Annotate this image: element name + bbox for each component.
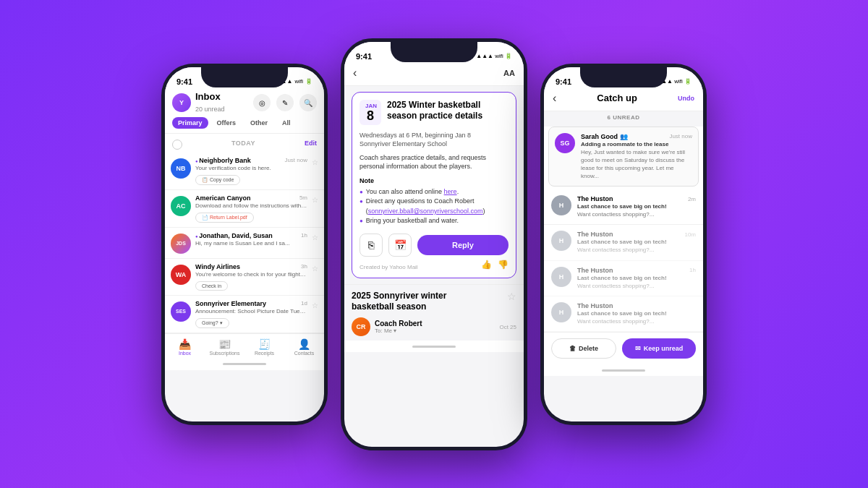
- nav-inbox[interactable]: 📥 Inbox: [165, 338, 205, 356]
- star-icon[interactable]: ☆: [312, 158, 318, 166]
- undo-button[interactable]: Undo: [678, 95, 694, 102]
- pdf-label-button[interactable]: 📄 Return Label.pdf: [195, 213, 254, 223]
- going-button[interactable]: Going? ▾: [195, 318, 229, 328]
- bullet-item: ● Direct any questions to Coach Robert (…: [359, 197, 509, 216]
- star-icon[interactable]: ☆: [312, 301, 318, 309]
- here-link[interactable]: here: [444, 188, 457, 195]
- catchup-avatar: H: [551, 231, 571, 251]
- edit-button[interactable]: Edit: [305, 140, 317, 147]
- event-location: Wednesdays at 6 PM, beginning Jan 8Sonny…: [359, 131, 509, 149]
- email-list: NB Neighborly Bank Just now Your verific…: [165, 153, 324, 333]
- nav-inbox-label: Inbox: [179, 351, 191, 356]
- tab-primary[interactable]: Primary: [172, 117, 208, 129]
- email-item[interactable]: WA Windy Airlines 3h You're welcome to c…: [165, 259, 324, 296]
- email2-date: Oct 25: [499, 324, 516, 330]
- notch-2: [391, 42, 477, 62]
- catchup-content: The Huston 2m Last chance to save big on…: [577, 195, 696, 218]
- catchup-actions: 🗑 Delete ✉ Keep unread: [544, 332, 703, 364]
- receipts-nav-icon: 🧾: [258, 338, 271, 350]
- unread-bar: 6 UNREAD: [544, 111, 703, 124]
- catchup-subject: Adding a roommate to the lease: [581, 141, 692, 147]
- catchup-avatar: H: [551, 267, 571, 287]
- coach-name: Coach Robert: [375, 320, 422, 328]
- nav-receipts[interactable]: 🧾 Receipts: [244, 338, 284, 356]
- catchup-sender: The Huston: [577, 302, 613, 309]
- thumbs-up-icon[interactable]: 👍: [481, 260, 492, 270]
- wifi-icon-1: wifi: [294, 78, 303, 85]
- event-title: 2025 Winter basketball season practice d…: [387, 100, 509, 122]
- aa-button[interactable]: AA: [503, 69, 515, 77]
- nav-subscriptions[interactable]: 📰 Subscriptions: [205, 338, 244, 356]
- delete-label: Delete: [579, 345, 598, 352]
- email-time: 3h: [301, 263, 307, 270]
- created-by: Created by Yahoo Mail: [359, 264, 418, 270]
- email-item[interactable]: NB Neighborly Bank Just now Your verific…: [165, 153, 324, 190]
- catchup-avatar: SG: [555, 133, 575, 153]
- thumbs-down-icon[interactable]: 👎: [498, 260, 509, 270]
- catchup-time: 10m: [684, 231, 696, 238]
- select-all-checkbox[interactable]: [172, 140, 182, 150]
- bullet-text: Direct any questions to Coach Robert (so…: [366, 197, 509, 216]
- search-icon[interactable]: 🔍: [299, 94, 317, 111]
- email-item[interactable]: AC American Canyon 5m Download and follo…: [165, 190, 324, 228]
- catchup-preview: Hey, Just wanted to make sure we're stil…: [581, 148, 692, 181]
- email-item[interactable]: JDS Jonathan, David, Susan 1h Hi, my nam…: [165, 228, 324, 259]
- add-calendar-icon[interactable]: 📅: [388, 234, 412, 257]
- keep-unread-button[interactable]: ✉ Keep unread: [622, 338, 696, 359]
- copy-code-button[interactable]: 📋 Copy code: [195, 175, 240, 185]
- edit-icon[interactable]: ✎: [276, 94, 294, 111]
- star-icon[interactable]: ☆: [312, 196, 318, 204]
- email-item[interactable]: SES Sonnyriver Elementary 1d Announcemen…: [165, 296, 324, 333]
- email-content: Sonnyriver Elementary 1d Announcement: S…: [195, 300, 307, 328]
- delete-button[interactable]: 🗑 Delete: [551, 338, 616, 359]
- catchup-content: The Huston 1h Last chance to save big on…: [577, 267, 696, 290]
- tab-other[interactable]: Other: [244, 117, 273, 129]
- email2-section: 2025 Sonnyriver winter basketball season…: [344, 284, 524, 341]
- group-icon: 👥: [620, 133, 628, 140]
- star-icon[interactable]: ☆: [312, 234, 318, 241]
- catchup-item-huston4[interactable]: H The Huston Last chance to save big on …: [544, 296, 703, 332]
- catchup-back-button[interactable]: ‹: [553, 92, 556, 105]
- email-time: 1h: [301, 232, 307, 239]
- catchup-item-sarah[interactable]: SG Sarah Good 👥 Just now Adding a roomma…: [548, 127, 699, 187]
- email-link[interactable]: sonnyriver.bball@sonnyriverschool.com: [368, 207, 483, 215]
- catchup-content: Sarah Good 👥 Just now Adding a roommate …: [581, 133, 692, 181]
- catchup-time: 1h: [689, 267, 696, 273]
- catchup-header: ‹ Catch up Undo: [544, 89, 703, 111]
- email-content: American Canyon 5m Download and follow t…: [195, 194, 307, 223]
- back-button[interactable]: ‹: [353, 67, 357, 80]
- catchup-time: 2m: [688, 196, 696, 202]
- star-icon[interactable]: ☆: [312, 265, 318, 273]
- nav-contacts[interactable]: 👤 Contacts: [284, 338, 324, 356]
- email-preview: You're welcome to check in for your flig…: [195, 271, 307, 278]
- bullet-list: ● You can also attend online here. ● Dir…: [359, 187, 509, 226]
- notch-1: [201, 67, 288, 87]
- email2-star-icon[interactable]: ☆: [507, 291, 516, 313]
- catchup-item-huston3[interactable]: H The Huston 1h Last chance to save big …: [544, 261, 703, 296]
- notch-3: [580, 67, 667, 87]
- catchup-item-huston1[interactable]: H The Huston 2m Last chance to save big …: [544, 189, 703, 225]
- subscriptions-nav-icon: 📰: [218, 338, 231, 350]
- email-preview: Your verification code is here.: [195, 165, 307, 171]
- catchup-item-huston2[interactable]: H The Huston 10m Last chance to save big…: [544, 225, 703, 260]
- catchup-avatar: H: [551, 195, 571, 215]
- checkin-button[interactable]: Check in: [195, 281, 228, 291]
- email-avatar: AC: [171, 196, 191, 216]
- catchup-avatar: H: [551, 302, 571, 322]
- compose-icon[interactable]: ◎: [253, 94, 271, 111]
- phone-detail: 9:41 ▲▲▲ wifi 🔋 ‹ AA Jan 8 2025 Winter b…: [341, 38, 527, 450]
- email-avatar: WA: [171, 265, 191, 285]
- home-indicator-1: [165, 359, 324, 370]
- reply-button[interactable]: Reply: [417, 235, 509, 255]
- bullet-item: ● Bring your basketball and water.: [359, 216, 509, 226]
- catchup-title: Catch up: [562, 93, 672, 103]
- email-avatar: NB: [171, 158, 191, 179]
- tab-offers[interactable]: Offers: [211, 117, 242, 129]
- inbox-header: Y Inbox 20 unread ◎ ✎ 🔍 Primary Offers O…: [165, 89, 324, 134]
- coach-info: Coach Robert To: Me ▾: [375, 320, 422, 334]
- tab-all[interactable]: All: [276, 117, 297, 129]
- copy-icon[interactable]: ⎘: [359, 234, 383, 257]
- catchup-preview: Want contactless shopping?...: [577, 282, 696, 290]
- email-preview: Download and follow the instructions wit…: [195, 202, 307, 209]
- bottom-nav: 📥 Inbox 📰 Subscriptions 🧾 Receipts 👤 Con…: [165, 333, 324, 359]
